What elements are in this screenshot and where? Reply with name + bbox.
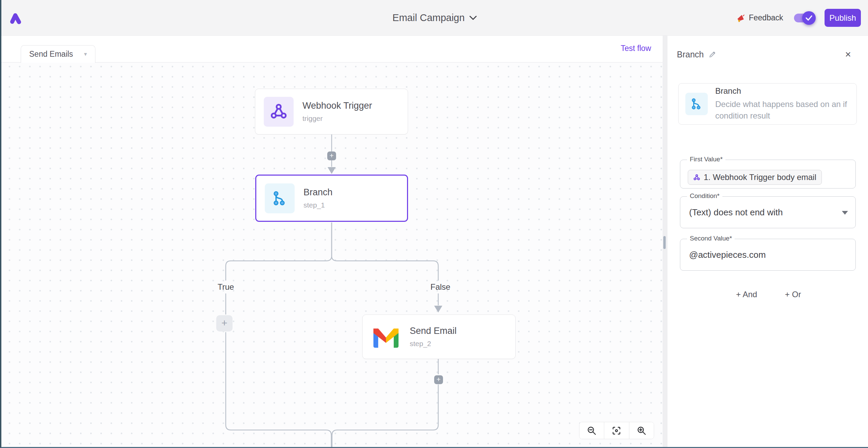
piece-name: Branch	[715, 86, 858, 96]
node-text: Send Email step_2	[410, 326, 457, 348]
node-text: Branch step_1	[303, 187, 333, 209]
test-flow-link[interactable]: Test flow	[621, 44, 651, 53]
branch-label-false: False	[430, 282, 450, 292]
feedback-button[interactable]: Feedback	[736, 13, 783, 22]
node-title: Send Email	[410, 326, 457, 336]
add-or-button[interactable]: + Or	[781, 287, 804, 302]
piece-description: Decide what happens based on an if condi…	[715, 98, 858, 122]
node-title: Branch	[303, 187, 333, 198]
flow-title-text: Email Campaign	[392, 12, 465, 23]
condition-group-buttons: + And + Or	[667, 287, 868, 302]
publish-button[interactable]: Publish	[825, 9, 861, 27]
scrollbar-thumb[interactable]	[663, 236, 666, 249]
app-window: Email Campaign Feedback	[0, 0, 868, 448]
second-value-input[interactable]	[680, 239, 855, 270]
close-panel-button[interactable]: ×	[845, 49, 851, 59]
caret-down-icon	[842, 211, 848, 215]
feedback-label: Feedback	[749, 13, 783, 22]
add-step-button[interactable]: +	[327, 151, 336, 160]
add-step-button[interactable]: +	[434, 375, 443, 384]
flow-tab-send-emails[interactable]: Send Emails ▾	[21, 45, 95, 63]
node-text: Webhook Trigger trigger	[302, 101, 372, 123]
panel-header: Branch ×	[677, 49, 860, 59]
canvas-zoom-controls	[579, 422, 654, 439]
first-value-chip[interactable]: 1. Webhook Trigger body email	[688, 170, 822, 185]
step-settings-panel: Branch × Branch Decide what ha	[667, 36, 868, 448]
flow-canvas[interactable]: + Send Emails ▾ Test flow Webhook Trigge…	[1, 36, 663, 448]
panel-title: Branch	[677, 50, 704, 59]
check-icon	[806, 15, 812, 21]
node-send-email[interactable]: Send Email step_2	[362, 315, 516, 359]
condition-value: (Text) does not end with	[689, 197, 783, 228]
flow-tab-label: Send Emails	[29, 50, 73, 59]
flow-toolbar-strip	[1, 36, 663, 62]
edit-name-icon[interactable]	[708, 50, 717, 58]
node-subtitle: step_1	[303, 201, 333, 209]
chevron-down-icon	[469, 16, 477, 20]
plus-icon: +	[330, 151, 334, 159]
plus-icon: +	[221, 317, 227, 328]
second-value-field: Second Value*	[680, 239, 856, 271]
flow-title-dropdown[interactable]: Email Campaign	[392, 0, 477, 36]
zoom-in-button[interactable]	[629, 422, 654, 439]
condition-select[interactable]: Condition* (Text) does not end with	[680, 196, 856, 228]
zoom-out-icon	[587, 426, 596, 435]
zoom-in-icon	[637, 426, 646, 435]
branch-icon	[685, 93, 708, 115]
megaphone-icon	[736, 14, 745, 22]
piece-info-text: Branch Decide what happens based on an i…	[715, 86, 858, 122]
top-header: Email Campaign Feedback	[1, 0, 868, 36]
fit-view-icon	[612, 426, 621, 435]
node-subtitle: trigger	[302, 114, 372, 123]
toggle-thumb	[802, 11, 816, 25]
branch-label-true: True	[218, 282, 234, 292]
header-actions: Feedback Publish	[736, 0, 861, 36]
add-step-placeholder-button[interactable]: +	[216, 315, 233, 331]
fit-view-button[interactable]	[604, 422, 629, 439]
branch-icon	[265, 183, 295, 213]
caret-down-icon: ▾	[84, 51, 87, 58]
piece-info-card: Branch Decide what happens based on an i…	[678, 83, 857, 125]
activepieces-logo-icon[interactable]	[9, 13, 21, 25]
zoom-out-button[interactable]	[579, 422, 604, 439]
webhook-icon	[264, 97, 294, 127]
node-webhook-trigger[interactable]: Webhook Trigger trigger	[255, 89, 408, 135]
first-value-chip-text: 1. Webhook Trigger body email	[704, 173, 816, 182]
publish-toggle[interactable]	[794, 14, 814, 22]
first-value-field[interactable]: First Value* 1. Webhook Trigger body ema…	[680, 160, 856, 189]
add-and-button[interactable]: + And	[733, 287, 760, 302]
first-value-label: First Value*	[687, 156, 725, 163]
gmail-icon	[371, 322, 401, 352]
node-branch[interactable]: Branch step_1	[255, 175, 408, 222]
plus-icon: +	[437, 375, 441, 383]
node-subtitle: step_2	[410, 340, 457, 348]
node-title: Webhook Trigger	[302, 101, 372, 111]
webhook-icon	[693, 174, 700, 181]
